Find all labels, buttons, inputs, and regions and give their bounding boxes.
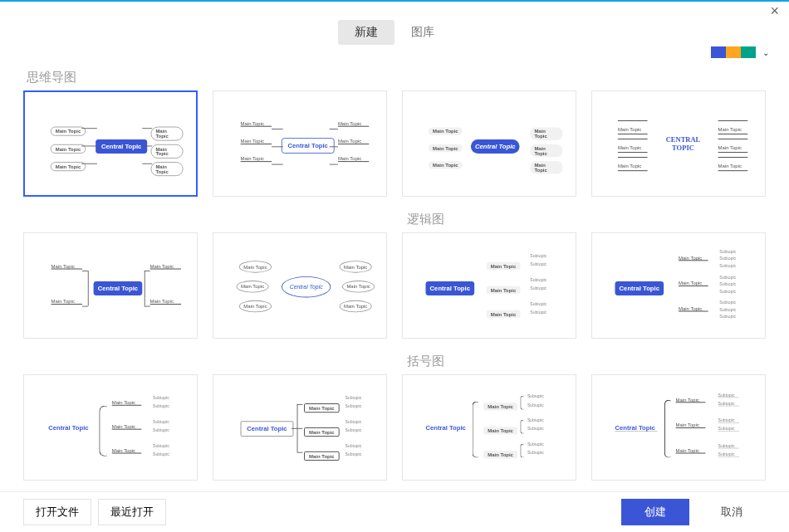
top-accent [0,0,789,2]
main-topic: Main Topic [241,121,272,127]
subtopic: Subtopic [719,282,736,286]
subtopic: Subtopic [719,250,736,254]
main-topic: Main Topic [51,144,86,154]
main-topic: Main Topic [241,139,272,144]
main-topic: Main Topic [150,127,183,141]
row-mindmap-1: Central Topic Main Topic Main Topic Main… [23,90,766,197]
main-topic: Main Topic [112,424,142,430]
main-topic: Main Topic [483,451,517,458]
subtopic: Subtopic [527,394,544,398]
main-topic: Main Topic [112,448,142,454]
main-topic: Main Topic [338,139,369,144]
template-mind-2[interactable]: Central Topic Main Topic Main Topic Main… [213,90,387,197]
main-topic: Main Topic [679,306,708,312]
main-topic: Main Topic [150,144,183,159]
main-topic: Main Topic [340,261,372,272]
main-topic: Main Topic [530,127,562,139]
main-topic: Main Topic [150,299,181,305]
template-logic-1[interactable]: Central Topic Main Topic Main Topic Main… [402,232,576,339]
subtopic: Subtopic [718,444,740,449]
main-topic: Main Topic [338,121,369,127]
section-bracket-title: 括号图 [407,354,444,369]
cancel-button[interactable]: 取消 [698,499,766,525]
subtopic: Subtopic [719,264,736,268]
main-topic: Main Topic [239,261,272,272]
template-mind-1[interactable]: Central Topic Main Topic Main Topic Main… [23,90,198,197]
main-topic: Main Topic [340,300,372,312]
main-topic: Main Topic [676,397,706,403]
main-topic: Main Topic [51,264,82,270]
central-topic: Central Topic [471,139,520,154]
central-topic: Central Topic [282,138,335,154]
theme-swatch-2 [726,46,741,58]
subtopic: Subtopic [718,418,740,423]
subtopic: Subtopic [719,307,736,311]
main-topic: Main Topic [679,281,708,286]
main-topic: Main Topic [338,156,369,162]
subtopic: Subtopic [718,393,740,398]
subtopic: Subtopic [719,300,736,305]
main-topic: Main Topic [304,403,340,412]
template-mind-5[interactable]: Central Topic Main Topic Main Topic Main… [23,232,198,339]
main-topic: Main Topic [239,300,272,312]
main-topic: Main Topic [679,255,708,261]
main-topic: Main Topic [429,127,463,134]
template-mind-4[interactable]: CENTRALTOPIC Main Topic Main Topic Main … [591,90,766,197]
subtopic: Subtopic [345,420,361,424]
central-topic: Central Topic [48,424,88,432]
central-topic: CENTRALTOPIC [666,136,701,152]
subtopic: Subtopic [345,452,361,456]
header: 新建 图库 ⌄ [0,20,789,50]
row-3: Central Topic Main Topic Main Topic Main… [23,374,766,481]
main-topic: Main Topic [618,139,648,153]
theme-color-picker[interactable]: ⌄ [711,46,769,58]
subtopic: Subtopic [153,420,169,424]
main-topic: Main Topic [487,310,521,318]
main-topic: Main Topic [51,127,86,136]
main-topic: Main Topic [487,286,521,294]
tabs: 新建 图库 [0,20,789,45]
main-topic: Main Topic [342,281,375,292]
main-topic: Main Topic [150,162,183,176]
main-topic: Main Topic [718,120,748,134]
open-file-button[interactable]: 打开文件 [23,499,91,525]
central-topic: Central Topic [426,281,475,295]
close-icon[interactable]: × [770,3,779,18]
template-logic-4[interactable]: Central Topic Main Topic Main Topic Main… [213,374,387,481]
tab-library[interactable]: 图库 [394,20,451,45]
central-topic: Central Topic [615,424,658,432]
subtopic: Subtopic [153,452,169,456]
subtopic: Subtopic [530,278,546,282]
subtopic: Subtopic [153,444,169,448]
create-button[interactable]: 创建 [621,499,689,525]
main-topic: Main Topic [304,427,340,437]
section-logic-title: 逻辑图 [407,212,444,227]
tab-new[interactable]: 新建 [338,20,394,45]
main-topic: Main Topic [676,448,706,454]
central-topic: Central Topic [96,139,147,154]
recent-open-button[interactable]: 最近打开 [98,499,166,525]
main-topic: Main Topic [304,451,340,461]
template-gallery: 思维导图 Central Topic Main Topic Main Topic… [0,58,789,492]
section-mindmap-title: 思维导图 [27,70,766,85]
subtopic: Subtopic [527,427,544,431]
subtopic: Subtopic [719,289,736,293]
brace-icon [664,400,671,458]
template-logic-2[interactable]: Central Topic Main Topic Main Topic Main… [591,232,766,339]
template-logic-3[interactable]: Central Topic Main Topic Main Topic Main… [23,374,198,481]
main-topic: Main Topic [718,157,748,171]
subtopic: Subtopic [527,403,544,407]
subtopic: Subtopic [530,302,546,306]
subtopic: Subtopic [530,310,546,315]
template-bracket-2[interactable]: Central Topic Main Topic Main Topic Main… [591,374,766,481]
main-topic: Main Topic [150,264,181,270]
subtopic: Subtopic [530,254,546,258]
central-topic: Central Topic [426,424,466,432]
subtopic: Subtopic [530,262,546,266]
subtopic: Subtopic [345,396,361,400]
subtopic: Subtopic [719,256,736,261]
main-topic: Main Topic [718,139,748,153]
template-bracket-1[interactable]: Central Topic Main Topic Main Topic Main… [402,374,576,481]
template-mind-3[interactable]: Central Topic Main Topic Main Topic Main… [402,90,576,197]
template-mind-6[interactable]: Central Topic Main Topic Main Topic Main… [213,232,387,339]
